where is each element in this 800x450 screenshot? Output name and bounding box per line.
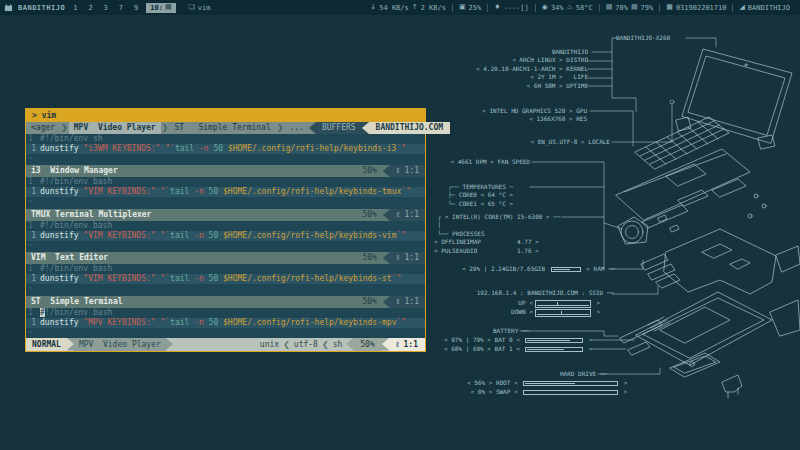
disk-icon: ▤ (606, 4, 613, 11)
taskbar-window-title: vim (198, 4, 211, 12)
download-speed: 54 KB/s (379, 4, 409, 12)
code-line: 1dunstify "VIM KEYBINDS:" "`tail -n 50 $… (26, 231, 425, 241)
buffer-name: i3 Window Manager (26, 165, 118, 177)
buffer-name: MPV Video Player (74, 338, 166, 351)
disk-home-usage: 79% (641, 4, 654, 12)
line-number: 1 (26, 318, 40, 328)
line-number-icon: ℓ (396, 297, 400, 306)
shebang-comment: #!/bin/env bash (40, 221, 112, 231)
buffer-name: TMUX Terminal Multiplexer (26, 209, 151, 221)
memory-icon: ◉ (542, 4, 548, 11)
powerline-separator (309, 122, 316, 134)
datetime-value: 031902201710 (676, 4, 727, 12)
workspace-2[interactable]: 2 (85, 3, 95, 13)
tab-st-simple-terminal[interactable]: ST Simple Terminal (169, 122, 275, 134)
file-encoding: utf-8 (294, 338, 318, 351)
taskbar-window-vim[interactable]: ❏ vim (189, 4, 211, 12)
empty-line: ~ (26, 241, 425, 251)
vim-statusline-active: NORMAL MPV Video Player unix ❮ utf-8 ❮ s… (26, 338, 425, 351)
dunstify-command: dunstify "VIM KEYBINDS:" "`tail -n 50 $H… (40, 274, 401, 284)
empty-line: ~ (26, 284, 425, 294)
statusbar-hostname: BANDITHIJO (18, 4, 65, 12)
tab-overflow[interactable]: ... (284, 122, 308, 134)
session-name-label: BANDITHIJO.COM (369, 122, 450, 134)
chevron-right-icon: ❯ (60, 122, 69, 134)
tab-window-manager[interactable]: <ager (26, 122, 60, 134)
vim-splits: 1#!/bin/env sh 1dunstify "i3WM KEYBINDS:… (26, 134, 425, 351)
laptop-exploded-diagram (420, 20, 800, 440)
laptop-palmrest (616, 149, 750, 220)
volume-level: ----[] (503, 4, 528, 12)
mode-indicator: NORMAL (26, 338, 67, 351)
vim-window[interactable]: > vim <ager ❯ MPV Video Player ❯ ST Simp… (25, 108, 426, 352)
dunstify-command: dunstify "VIM KEYBINDS:" "`tail -n 50 $H… (40, 187, 411, 197)
workspace-7[interactable]: 7 (116, 3, 126, 13)
code-line: 1#!/bin/env bash (26, 177, 425, 187)
statusbar-right: ↓54 KB/s ↑2 KB/s ▣25% ♦----[] ◉34% ♨58°C… (364, 4, 796, 12)
workspace-10-active[interactable]: 10:▤ (146, 3, 175, 13)
powerline-separator (346, 338, 353, 350)
cursor-position: ℓ 1:1 (390, 209, 425, 221)
empty-line: ~ (26, 197, 425, 207)
shebang-comment: #!/bin/env bash (40, 264, 112, 274)
file-type: sh (333, 338, 343, 351)
workspace-1[interactable]: 1 (70, 3, 80, 13)
code-line: 1#!/bin/env bash (26, 221, 425, 231)
line-number-icon: ℓ (396, 253, 400, 262)
vim-split-i3[interactable]: 1#!/bin/env sh 1dunstify "i3WM KEYBINDS:… (26, 134, 425, 177)
workspace-9[interactable]: 9 (131, 3, 141, 13)
line-number-icon: ℓ (396, 166, 400, 175)
scroll-percent: 50% (356, 209, 382, 221)
upload-icon: ↑ (412, 4, 418, 11)
cpu-segment: ▣25% (452, 4, 487, 12)
vim-split-vim[interactable]: 1#!/bin/env bash 1dunstify "VIM KEYBINDS… (26, 221, 425, 264)
code-line: 1dunstify "VIM KEYBINDS:" "`tail -n 50 $… (26, 187, 425, 197)
line-number: 1 (26, 221, 40, 231)
wifi-segment: ◢BANDITHIJO (732, 4, 796, 12)
file-format: unix (260, 338, 279, 351)
laptop-motherboard (656, 229, 776, 294)
dunstify-command: dunstify "i3WM KEYBINDS:" "`tail -n 50 $… (40, 144, 406, 154)
vim-split-mpv-active[interactable]: 1#!/bin/env bash 1dunstify "MPV KEYBINDS… (26, 308, 425, 351)
powerline-separator (383, 165, 390, 177)
scroll-percent: 50% (356, 296, 382, 308)
vim-split-tmux[interactable]: 1#!/bin/env bash 1dunstify "VIM KEYBINDS… (26, 177, 425, 220)
cpu-usage: 25% (469, 4, 482, 12)
line-number: 1 (26, 187, 40, 197)
network-speed-segment: ↓54 KB/s ↑2 KB/s (364, 4, 452, 12)
code-line: 1#!/bin/env bash (26, 308, 425, 318)
chevron-right-icon: ❯ (161, 122, 170, 134)
chevron-left-icon: ❮ (322, 338, 329, 351)
file-icon: ▤ (165, 4, 172, 11)
cursor-position: ℓ 1:1 (390, 165, 425, 177)
vim-statusline-tmux: TMUX Terminal Multiplexer 50% ℓ 1:1 (26, 209, 425, 221)
datetime-segment: ▦031902201710 (659, 4, 732, 12)
vim-split-st[interactable]: 1#!/bin/env bash 1dunstify "VIM KEYBINDS… (26, 264, 425, 307)
statusbar-left: BANDITHIJO 1 2 3 7 9 10:▤ ❏ vim (4, 3, 210, 13)
statusline-right: unix ❮ utf-8 ❮ sh (173, 338, 346, 351)
wifi-icon: ◢ (739, 4, 744, 11)
upload-speed: 2 KB/s (421, 4, 446, 12)
code-line: 1dunstify "VIM KEYBINDS:" "`tail -n 50 $… (26, 274, 425, 284)
scroll-percent: 50% (353, 338, 381, 351)
powerline-separator (382, 338, 389, 350)
powerline-separator (383, 209, 390, 221)
disk-icon: ▤ (631, 4, 638, 11)
volume-icon: ♦ (494, 4, 500, 11)
disk-segment: ▤70% ▤79% (599, 4, 660, 12)
powerline-separator (166, 338, 173, 350)
dunstify-command: dunstify "MPV KEYBINDS:" "`tail -n 50 $H… (40, 318, 406, 328)
powerline-separator (362, 122, 369, 134)
wifi-ssid: BANDITHIJO (748, 4, 790, 12)
code-line: 1dunstify "MPV KEYBINDS:" "`tail -n 50 $… (26, 318, 425, 328)
calendar-icon: ▦ (666, 4, 673, 11)
volume-segment: ♦----[] (487, 4, 535, 12)
laptop-hdd (670, 353, 720, 377)
vim-window-titlebar[interactable]: > vim (26, 109, 425, 122)
workspace-3[interactable]: 3 (101, 3, 111, 13)
laptop-keyboard (635, 117, 729, 169)
tab-mpv-video-player[interactable]: MPV Video Player (69, 122, 161, 134)
line-number: 1 (26, 308, 40, 318)
shebang-comment: #!/bin/env bash (40, 308, 112, 318)
empty-line: ~ (26, 328, 425, 338)
